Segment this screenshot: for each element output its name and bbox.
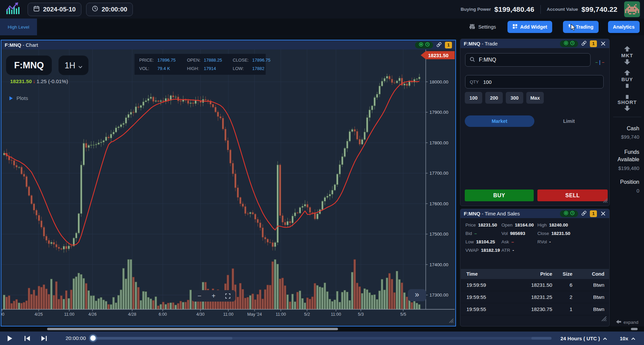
mkt-drag-control[interactable]: MKT [610,53,644,58]
tab-high-level[interactable]: High Level [0,19,37,35]
low-value: 17882 [252,66,270,71]
time-value: 20:00:00 [102,6,127,13]
stat-open: 18164.00 [515,222,534,228]
timeline-slider[interactable] [91,337,552,340]
bid-mid-ask-indicator: – | – [595,59,604,65]
clock-icon [92,5,98,13]
tas-panel-header[interactable]: F:MNQ - Time And Sales [460,209,609,218]
svg-text:4/28: 4/28 [128,312,136,317]
clock-sync-icon[interactable] [570,211,575,216]
funds-value: $199,480 [610,165,644,171]
symbol-search[interactable] [465,53,591,67]
link-icon[interactable] [436,42,442,48]
stat-bid: – [475,231,477,236]
symbol-search-input[interactable] [479,57,586,63]
target-sync-icon[interactable] [564,41,568,46]
add-widget-button[interactable]: Add Widget [507,21,552,33]
vol-value: 79.4 K [157,66,187,71]
trade-panel-header[interactable]: F:MNQ - Trade [460,39,609,48]
plots-toggle[interactable]: Plots [9,95,28,101]
clock-sync-icon[interactable] [570,41,575,46]
qty-presets: 100 200 300 Max [465,92,544,104]
svg-text:4/30: 4/30 [196,312,204,317]
last-price: 18231.50 [10,78,32,84]
price-chart[interactable]: 18000.0017900.0017800.0017700.0017600.00… [1,49,455,326]
svg-text:May '24: May '24 [247,312,262,317]
link-group-badge[interactable]: 1 [445,42,452,48]
trade-resize-handle[interactable] [602,198,608,204]
scrollbar-thumb-right[interactable] [631,328,638,330]
zoom-in-button[interactable]: + [206,290,221,302]
scroll-right-button[interactable]: » [408,289,426,301]
play-button[interactable] [7,336,12,341]
stat-rvol: - [549,239,551,244]
scrollbar-thumb[interactable] [47,328,338,330]
zoom-out-button[interactable]: − [192,290,206,302]
trade-panel: F:MNQ - Trade [460,39,610,206]
quantity-field[interactable]: QTY [465,75,604,89]
slider-end-segment [531,337,552,340]
target-sync-icon[interactable] [419,42,423,48]
preset-max-button[interactable]: Max [526,92,544,104]
stat-low: 18104.25 [476,239,495,244]
tab-market[interactable]: Market [465,115,534,127]
svg-text:17900.00: 17900.00 [429,110,448,115]
buy-drag-control[interactable]: BUY [610,76,644,82]
arrow-down-icon [610,59,644,66]
preset-100-button[interactable]: 100 [465,92,482,104]
step-back-button[interactable] [25,336,30,341]
playback-bar: 20:00:00 24 Hours ( UTC ) 10x [0,332,644,345]
close-icon[interactable] [600,41,606,47]
position-value: 0 [610,188,644,194]
clock-sync-icon[interactable] [425,42,430,48]
trading-button[interactable]: Trading [563,21,598,33]
expand-button[interactable]: expand [616,320,638,325]
close-icon[interactable] [600,211,606,217]
link-group-badge[interactable]: 1 [590,40,597,47]
close-value: 17896.75 [252,58,270,63]
interval-dropdown[interactable]: 1H [59,56,88,75]
slider-handle[interactable] [90,335,96,341]
settings-sliders-icon [469,24,475,31]
app-logo [5,2,20,17]
tas-resize-handle[interactable] [601,315,607,323]
triangle-right-icon [9,96,13,100]
date-picker[interactable]: 2024-05-10 [28,3,81,16]
target-sync-icon[interactable] [564,211,568,216]
svg-text:18231.50: 18231.50 [428,53,448,58]
chevron-up-icon [603,336,607,341]
chart-resize-handle[interactable] [448,318,454,324]
svg-text:6:00: 6:00 [159,312,167,317]
link-icon[interactable] [581,40,587,47]
avatar[interactable] [624,1,640,17]
funds-label-2: Available [610,157,644,163]
short-drag-control[interactable]: SHORT [610,99,644,105]
funds-label: Funds [610,149,644,155]
speed-dropdown[interactable]: 10x [620,336,635,341]
svg-text:11:00: 11:00 [331,312,341,317]
svg-text:4/25: 4/25 [35,312,43,317]
chart-panel-header[interactable]: F:MNQ - Chart [1,40,455,49]
playback-time: 20:00:00 [66,335,86,341]
chart-symbol-badge[interactable]: F:MNQ [6,56,52,75]
search-icon [469,57,475,64]
preset-300-button[interactable]: 300 [506,92,523,104]
link-icon[interactable] [581,210,587,217]
account-value-value: $99,740.22 [581,5,617,13]
step-forward-button[interactable] [41,336,47,341]
preset-200-button[interactable]: 200 [485,92,503,104]
range-dropdown[interactable]: 24 Hours ( UTC ) [560,336,607,341]
fullscreen-button[interactable] [221,290,235,302]
time-picker[interactable]: 20:00:00 [86,3,133,16]
tab-limit[interactable]: Limit [534,115,604,127]
date-value: 2024-05-10 [43,6,76,13]
qty-input[interactable] [483,79,599,85]
buy-button[interactable]: BUY [465,189,534,201]
svg-text:11:00: 11:00 [64,312,74,317]
analytics-button[interactable]: Analytics [608,21,640,33]
link-group-badge[interactable]: 1 [590,210,597,217]
svg-text:17400.00: 17400.00 [429,262,448,267]
settings-button[interactable]: Settings [469,24,496,31]
sell-button[interactable]: SELL [537,189,608,201]
sync-pill [560,210,578,217]
